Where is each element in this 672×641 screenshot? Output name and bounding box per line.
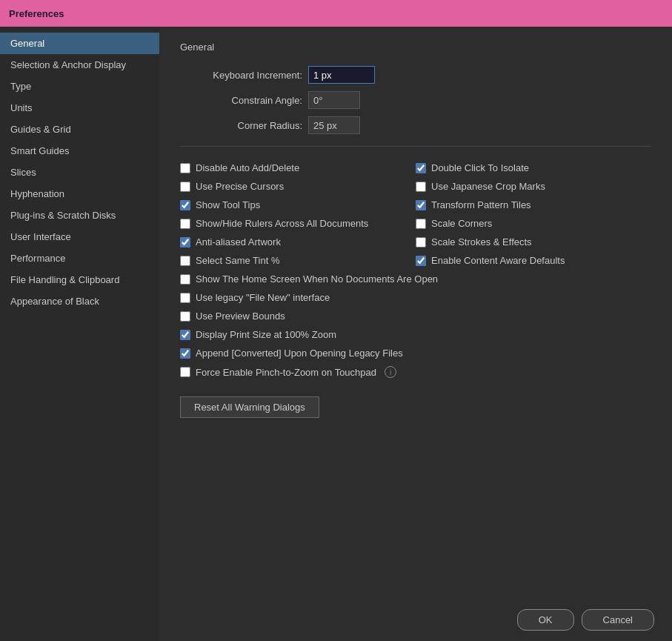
checkbox-row-use-legacy-file-new: Use legacy "File New" interface: [180, 288, 651, 307]
checkbox-label-show-tool-tips[interactable]: Show Tool Tips: [196, 199, 260, 210]
sidebar-item-guides-grid[interactable]: Guides & Grid: [0, 119, 159, 140]
checkbox-label-display-print-size[interactable]: Display Print Size at 100% Zoom: [196, 329, 336, 340]
checkbox-label-select-same-tint[interactable]: Select Same Tint %: [196, 255, 279, 266]
sidebar-item-selection-anchor[interactable]: Selection & Anchor Display: [0, 54, 159, 76]
keyboard-increment-label: Keyboard Increment:: [180, 70, 302, 81]
checkbox-label-force-enable-pinch[interactable]: Force Enable Pinch-to-Zoom on Touchpad: [196, 367, 376, 378]
checkbox-select-same-tint[interactable]: [180, 256, 190, 266]
checkbox-label-use-preview-bounds[interactable]: Use Preview Bounds: [196, 310, 285, 322]
checkbox-row-force-enable-pinch: Force Enable Pinch-to-Zoom on Touchpadi: [180, 362, 651, 382]
checkbox-label-enable-content-aware[interactable]: Enable Content Aware Defaults: [431, 255, 565, 266]
checkbox-row-transform-pattern-tiles: Transform Pattern Tiles: [416, 196, 651, 214]
checkbox-display-print-size[interactable]: [180, 330, 190, 340]
full-checkboxes: Show The Home Screen When No Documents A…: [180, 270, 651, 382]
bottom-bar: OK Cancel: [159, 599, 672, 641]
checkbox-scale-strokes-effects[interactable]: [416, 237, 426, 248]
checkbox-transform-pattern-tiles[interactable]: [416, 200, 426, 210]
title-bar-label: Preferences: [9, 8, 64, 19]
checkbox-row-use-japanese-crop: Use Japanese Crop Marks: [416, 177, 651, 196]
sidebar-item-slices[interactable]: Slices: [0, 162, 159, 183]
sidebar: GeneralSelection & Anchor DisplayTypeUni…: [0, 27, 159, 641]
corner-radius-label: Corner Radius:: [180, 120, 302, 131]
constrain-angle-label: Constrain Angle:: [180, 95, 302, 106]
corner-radius-row: Corner Radius:: [180, 116, 651, 134]
checkbox-label-use-legacy-file-new[interactable]: Use legacy "File New" interface: [196, 292, 330, 303]
checkbox-row-show-tool-tips: Show Tool Tips: [180, 196, 416, 214]
section-title: General: [180, 41, 651, 53]
checkbox-row-show-home-screen: Show The Home Screen When No Documents A…: [180, 270, 651, 288]
checkbox-show-hide-rulers[interactable]: [180, 219, 190, 229]
checkbox-use-precise-cursors[interactable]: [180, 182, 190, 192]
dialog-body: GeneralSelection & Anchor DisplayTypeUni…: [0, 27, 672, 641]
sidebar-item-performance[interactable]: Performance: [0, 248, 159, 269]
sidebar-item-general[interactable]: General: [0, 33, 159, 54]
checkboxes-left-col: Disable Auto Add/DeleteUse Precise Curso…: [180, 159, 416, 270]
checkbox-row-disable-auto-add-delete: Disable Auto Add/Delete: [180, 159, 416, 177]
checkbox-label-disable-auto-add-delete[interactable]: Disable Auto Add/Delete: [196, 162, 299, 173]
title-bar: Preferences: [0, 0, 672, 27]
checkboxes-right-col: Double Click To IsolateUse Japanese Crop…: [416, 159, 651, 270]
divider-1: [180, 146, 651, 147]
checkbox-label-transform-pattern-tiles[interactable]: Transform Pattern Tiles: [431, 199, 531, 210]
checkbox-label-use-precise-cursors[interactable]: Use Precise Cursors: [196, 181, 284, 192]
sidebar-item-hyphenation[interactable]: Hyphenation: [0, 183, 159, 205]
checkbox-label-scale-corners[interactable]: Scale Corners: [431, 218, 492, 229]
checkbox-use-japanese-crop[interactable]: [416, 182, 426, 192]
checkbox-label-use-japanese-crop[interactable]: Use Japanese Crop Marks: [431, 181, 545, 192]
checkbox-label-append-converted[interactable]: Append [Converted] Upon Opening Legacy F…: [196, 348, 403, 359]
keyboard-increment-input[interactable]: [308, 66, 375, 84]
checkbox-row-enable-content-aware: Enable Content Aware Defaults: [416, 251, 651, 270]
checkbox-row-select-same-tint: Select Same Tint %: [180, 251, 416, 270]
checkbox-label-show-hide-rulers[interactable]: Show/Hide Rulers Across All Documents: [196, 218, 368, 229]
cancel-button[interactable]: Cancel: [582, 609, 654, 631]
sidebar-item-user-interface[interactable]: User Interface: [0, 226, 159, 248]
sidebar-item-file-handling[interactable]: File Handling & Clipboard: [0, 269, 159, 290]
checkbox-label-scale-strokes-effects[interactable]: Scale Strokes & Effects: [431, 236, 532, 248]
checkbox-label-show-home-screen[interactable]: Show The Home Screen When No Documents A…: [196, 273, 438, 285]
checkbox-use-preview-bounds[interactable]: [180, 311, 190, 322]
ok-button[interactable]: OK: [517, 609, 574, 631]
main-content: General Keyboard Increment: Constrain An…: [159, 27, 672, 641]
checkbox-show-home-screen[interactable]: [180, 274, 190, 285]
checkbox-enable-content-aware[interactable]: [416, 256, 426, 266]
checkbox-label-double-click-isolate[interactable]: Double Click To Isolate: [431, 162, 529, 173]
checkbox-show-tool-tips[interactable]: [180, 200, 190, 210]
sidebar-item-smart-guides[interactable]: Smart Guides: [0, 140, 159, 162]
corner-radius-input[interactable]: [308, 116, 360, 134]
constrain-angle-input[interactable]: [308, 91, 360, 109]
sidebar-item-units[interactable]: Units: [0, 97, 159, 119]
sidebar-item-plugins-scratch[interactable]: Plug-ins & Scratch Disks: [0, 205, 159, 226]
checkbox-anti-aliased-artwork[interactable]: [180, 237, 190, 248]
checkbox-row-double-click-isolate: Double Click To Isolate: [416, 159, 651, 177]
checkbox-row-use-preview-bounds: Use Preview Bounds: [180, 307, 651, 325]
checkbox-row-display-print-size: Display Print Size at 100% Zoom: [180, 325, 651, 344]
sidebar-item-type[interactable]: Type: [0, 76, 159, 97]
checkbox-force-enable-pinch[interactable]: [180, 367, 190, 377]
checkbox-row-append-converted: Append [Converted] Upon Opening Legacy F…: [180, 344, 651, 362]
checkboxes-grid: Disable Auto Add/DeleteUse Precise Curso…: [180, 159, 651, 270]
checkbox-row-scale-corners: Scale Corners: [416, 214, 651, 233]
checkbox-append-converted[interactable]: [180, 348, 190, 359]
checkbox-row-use-precise-cursors: Use Precise Cursors: [180, 177, 416, 196]
checkbox-disable-auto-add-delete[interactable]: [180, 163, 190, 173]
checkbox-row-anti-aliased-artwork: Anti-aliased Artwork: [180, 233, 416, 251]
constrain-angle-row: Constrain Angle:: [180, 91, 651, 109]
checkbox-double-click-isolate[interactable]: [416, 163, 426, 173]
checkbox-use-legacy-file-new[interactable]: [180, 293, 190, 303]
info-icon-force-enable-pinch: i: [385, 366, 396, 378]
checkbox-label-anti-aliased-artwork[interactable]: Anti-aliased Artwork: [196, 236, 281, 248]
checkbox-scale-corners[interactable]: [416, 219, 426, 229]
keyboard-increment-row: Keyboard Increment:: [180, 66, 651, 84]
checkbox-row-scale-strokes-effects: Scale Strokes & Effects: [416, 233, 651, 251]
sidebar-item-appearance-black[interactable]: Appearance of Black: [0, 290, 159, 312]
reset-warning-dialogs-button[interactable]: Reset All Warning Dialogs: [180, 396, 319, 418]
reset-btn-row: Reset All Warning Dialogs: [180, 382, 651, 418]
checkbox-row-show-hide-rulers: Show/Hide Rulers Across All Documents: [180, 214, 416, 233]
